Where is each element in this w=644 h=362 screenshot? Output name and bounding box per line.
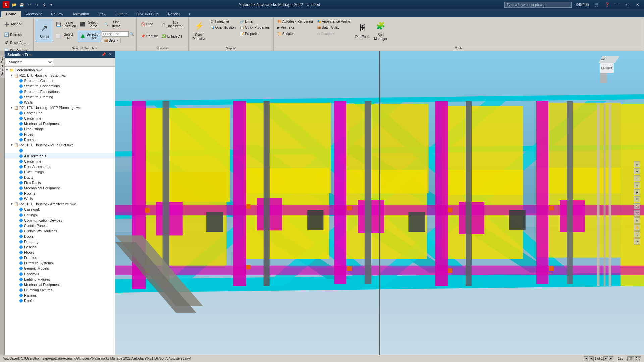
tree-item-36[interactable]: 🔷 Furniture [5, 255, 115, 260]
tree-item-10[interactable]: 🔷 Center line [5, 116, 115, 121]
panel-close-button[interactable]: ✕ [108, 52, 112, 57]
tree-item-8[interactable]: ▼ 📋 R21 LTU Housing - MEP Plumbing.nwc [5, 105, 115, 110]
keyword-search-input[interactable] [504, 2, 572, 8]
batch-utility-button[interactable]: 📦 Batch Utility [315, 25, 353, 31]
quick-find-input[interactable] [102, 31, 129, 37]
page-prev-button[interactable]: ◀ [589, 356, 594, 361]
tree-item-44[interactable]: 🔷 Roofs [5, 298, 115, 303]
tree-item-32[interactable]: 🔷 Doors [5, 234, 115, 239]
clash-detective-button[interactable]: ⚡ Clash Detective [191, 19, 208, 42]
app-manager-button[interactable]: 🧩 App Manager [372, 19, 389, 42]
tree-item-15[interactable]: ▼ 📋 R21 LTU Housing - MEP Duct.nwc [5, 142, 115, 148]
nav-home-button[interactable]: 🏠 [634, 203, 640, 209]
unhide-all-button[interactable]: ✅ Unhide All [159, 31, 186, 42]
redo-button[interactable]: ↪ [34, 2, 40, 8]
tab-render[interactable]: Render [163, 11, 185, 17]
sets-button[interactable]: 📦 Sets ▼ [102, 38, 121, 43]
tree-item-5[interactable]: 🔷 Structural Foundations [5, 89, 115, 94]
tab-review[interactable]: Review [46, 11, 68, 17]
nav-down-button[interactable]: ▼ [634, 196, 640, 202]
save-selection-button[interactable]: 💾 Save Selection [54, 19, 77, 30]
nav-rotate-button[interactable]: ↻ [634, 218, 640, 224]
tree-item-26[interactable]: ▼ 📋 R21 LTU Housing - Architecture.nwc [5, 201, 115, 207]
nav-fit-button[interactable]: ⛶ [634, 210, 640, 217]
select-all-button[interactable]: ⬜ Select All [54, 31, 77, 42]
tree-item-25[interactable]: 🔷 Walls [5, 196, 115, 201]
autodesk-rendering-button[interactable]: 🎨 Autodesk Rendering [276, 19, 315, 24]
tree-item-3[interactable]: 🔷 Structural Columns [5, 78, 115, 83]
tree-item-16[interactable]: 🔷 [5, 148, 115, 153]
tab-output[interactable]: Output [111, 11, 131, 17]
tree-item-33[interactable]: 🔷 Entourage [5, 239, 115, 244]
tree-item-20[interactable]: 🔷 Duct Fittings [5, 169, 115, 175]
customize-qa-button[interactable]: ▼ [48, 2, 54, 8]
appearance-profiler-button[interactable]: 🎭 Appearance Profiler [315, 19, 353, 24]
tree-item-40[interactable]: 🔷 Lighting Fixtures [5, 277, 115, 282]
tree-item-27[interactable]: 🔷 Casework [5, 207, 115, 212]
tree-item-13[interactable]: 🔷 Pipes [5, 132, 115, 137]
tree-item-1[interactable]: ▼ 📁 Coordination.nwd [5, 67, 115, 73]
nav-up-button[interactable]: ▲ [634, 161, 640, 167]
tree-item-19[interactable]: 🔷 Duct Accessories [5, 164, 115, 169]
nav-walk-button[interactable]: 🚶 [634, 232, 640, 238]
timeliner-button[interactable]: ⏱ TimeLiner [209, 19, 237, 24]
compare-button[interactable]: ⚖ Compare [315, 31, 353, 37]
save-button[interactable]: 💾 [19, 2, 25, 8]
require-button[interactable]: 📌 Require [139, 31, 159, 42]
tree-item-42[interactable]: 🔷 Plumbing Fixtures [5, 287, 115, 293]
shop-icon[interactable]: 🛒 [593, 2, 601, 8]
tree-item-37[interactable]: 🔷 Furniture Systems [5, 260, 115, 266]
viewport[interactable]: TOP FRONT ▲ ◀ + − ▶ ▼ 🏠 ⛶ ↻ ✋ 🚶 👁 [115, 51, 644, 355]
tree-item-41[interactable]: 🔷 Mechanical Equipment [5, 282, 115, 287]
tree-item-9[interactable]: 🔷 Center Line [5, 110, 115, 116]
tree-item-18[interactable]: 🔷 Center line [5, 159, 115, 164]
select-button[interactable]: ↗ Select [36, 19, 53, 42]
close-button[interactable]: ✕ [634, 1, 641, 8]
tree-item-6[interactable]: 🔷 Structural Framing [5, 94, 115, 100]
page-next-button[interactable]: ▶ [603, 356, 608, 361]
quick-properties-button[interactable]: 📋 Quick Properties [238, 25, 271, 31]
tree-item-12[interactable]: 🔷 Pipe Fittings [5, 126, 115, 132]
tree-item-43[interactable]: 🔷 Railings [5, 293, 115, 298]
nav-left-button[interactable]: ◀ [634, 168, 640, 174]
nav-zoom-in-button[interactable]: + [634, 175, 640, 181]
datatools-button[interactable]: 🗄 DataTools [354, 19, 371, 42]
tree-item-11[interactable]: 🔷 Mechanical Equipment [5, 121, 115, 126]
nav-right-button[interactable]: ▶ [634, 189, 640, 195]
tree-item-2[interactable]: ▼ 📋 R21 LTU Housing - Struc.nwc [5, 73, 115, 78]
refresh-button[interactable]: 🔄 Refresh [2, 31, 23, 38]
tree-item-24[interactable]: 🔷 Rooms [5, 191, 115, 196]
tree-item-22[interactable]: 🔷 Flex Ducts [5, 180, 115, 185]
undo-button[interactable]: ↩ [26, 2, 32, 8]
scripter-button[interactable]: 📜 Scripter [276, 31, 315, 37]
tab-bim360[interactable]: BIM 360 Glue [131, 11, 163, 17]
minimize-button[interactable]: ─ [614, 1, 621, 8]
cube-side-face[interactable] [600, 73, 607, 83]
tree-item-38[interactable]: 🔷 Generic Models [5, 266, 115, 271]
selection-tree-tab[interactable]: Selection Tree [0, 54, 5, 78]
tab-home[interactable]: Home [1, 11, 21, 17]
hide-button[interactable]: 🚫 Hide [139, 19, 159, 30]
open-button[interactable]: 📂 [11, 2, 17, 8]
tree-expand-1[interactable]: ▼ [5, 68, 9, 72]
cube-top-face[interactable]: TOP [598, 56, 619, 63]
more-tabs-dropdown[interactable]: ▼ [185, 11, 194, 17]
tree-expand-15[interactable]: ▼ [9, 143, 14, 147]
tree-item-4[interactable]: 🔷 Structural Connections [5, 83, 115, 89]
hide-unselected-button[interactable]: 👁 Hide Unselected [159, 19, 186, 30]
tree-expand-26[interactable]: ▼ [9, 202, 14, 206]
nav-look-button[interactable]: 👁 [634, 239, 640, 245]
tab-viewpoint[interactable]: Viewpoint [21, 11, 47, 17]
view-cube[interactable]: TOP FRONT [600, 56, 624, 80]
tree-item-14[interactable]: 🔷 Rooms [5, 137, 115, 142]
maximize-button[interactable]: □ [624, 1, 631, 8]
select-same-button[interactable]: ⬛ Select Same [78, 19, 101, 30]
tree-item-21[interactable]: 🔷 Ducts [5, 175, 115, 180]
append-button[interactable]: ➕ Append [2, 19, 22, 30]
tree-expand-2[interactable]: ▼ [9, 73, 14, 78]
tree-item-39[interactable]: 🔷 Handrails [5, 271, 115, 277]
tree-expand-8[interactable]: ▼ [9, 105, 14, 110]
tab-view[interactable]: View [94, 11, 111, 17]
tree-item-35[interactable]: 🔷 Floors [5, 250, 115, 255]
tree-item-7[interactable]: 🔷 Walls [5, 100, 115, 105]
